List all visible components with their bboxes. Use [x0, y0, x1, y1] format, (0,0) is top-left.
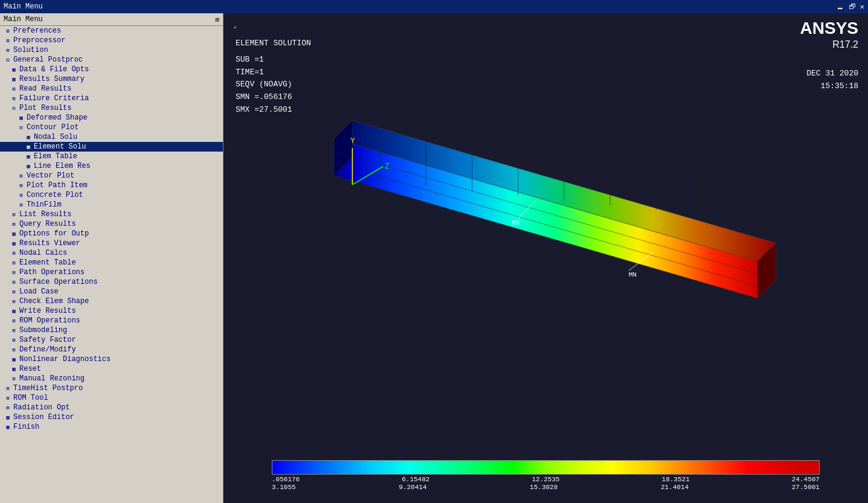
colorbar-label-top: 18.3521: [662, 476, 690, 483]
menu-item-list-results[interactable]: ⊞List Results: [0, 210, 223, 219]
menu-label-finish: Finish: [13, 423, 39, 431]
menu-label-define-modify: Define/Modify: [19, 345, 76, 354]
menu-item-path-operations[interactable]: ⊞Path Operations: [0, 268, 223, 277]
menu-item-check-elem-shape[interactable]: ⊞Check Elem Shape: [0, 296, 223, 306]
menu-item-options-for-outp[interactable]: ▦Options for Outp: [0, 229, 223, 239]
menu-icon-options-for-outp: ▦: [10, 229, 18, 238]
menu-icon-general-postproc: ⊟: [4, 56, 12, 64]
menu-icon-nodal-solu: ▦: [24, 133, 33, 141]
menu-icon-finish: ▦: [4, 423, 12, 431]
menu-label-rom-operations: ROM Operations: [19, 316, 80, 325]
menu-label-check-elem-shape: Check Elem Shape: [19, 297, 89, 306]
colorbar-label-bottom: 3.1055: [272, 484, 296, 491]
menu-icon-submodeling: ⊞: [10, 326, 18, 335]
menu-item-rom-operations[interactable]: ⊞ROM Operations: [0, 316, 223, 325]
menu-item-element-solu[interactable]: ▦Element Solu: [0, 142, 223, 152]
menu-item-preprocessor[interactable]: ⊞Preprocessor: [0, 36, 223, 45]
menu-icon-preferences: ⊞: [4, 27, 12, 35]
menu-label-write-results: Write Results: [19, 307, 76, 315]
menu-icon-thinfilm: ⊞: [17, 200, 25, 209]
menu-item-vector-plot[interactable]: ⊞Vector Plot: [0, 171, 223, 181]
menu-label-rom-tool: ROM Tool: [13, 394, 48, 402]
menu-icon-element-table: ⊞: [10, 258, 18, 267]
menu-item-nonlinear-diagnostics[interactable]: ▦Nonlinear Diagnostics: [0, 354, 223, 364]
menu-label-nonlinear-diagnostics: Nonlinear Diagnostics: [19, 355, 111, 364]
menu-item-timehist-postpro[interactable]: ⊞TimeHist Postpro: [0, 383, 223, 393]
menu-label-element-table: Element Table: [19, 258, 76, 267]
menu-item-define-modify[interactable]: ⊞Define/Modify: [0, 345, 223, 354]
menu-icon-timehist-postpro: ⊞: [4, 384, 12, 392]
menu-item-results-summary[interactable]: ▦Results Summary: [0, 74, 223, 84]
menu-label-options-for-outp: Options for Outp: [19, 229, 89, 238]
svg-text:MX: MX: [512, 219, 521, 226]
menu-item-surface-operations[interactable]: ⊞Surface Operations: [0, 277, 223, 287]
menu-item-submodeling[interactable]: ⊞Submodeling: [0, 325, 223, 335]
menu-icon-element-solu: ▦: [24, 143, 33, 151]
menu-item-line-elem-res[interactable]: ▦Line Elem Res: [0, 161, 223, 171]
collapse-icon[interactable]: ⊞: [215, 16, 219, 24]
colorbar-labels-bottom: 3.10559.2041415.302821.401427.5001: [272, 484, 820, 491]
menu-label-safety-factor: Safety Factor: [19, 336, 76, 344]
menu-icon-session-editor: ▦: [4, 413, 12, 421]
menu-item-plot-path-item[interactable]: ⊞Plot Path Item: [0, 181, 223, 190]
menu-icon-results-viewer: ▦: [10, 239, 18, 248]
menu-label-load-case: Load Case: [19, 287, 59, 296]
menu-item-elem-table[interactable]: ▦Elem Table: [0, 152, 223, 161]
menu-item-session-editor[interactable]: ▦Session Editor: [0, 412, 223, 422]
menu-label-data-file-opts: Data & File Opts: [19, 65, 89, 74]
left-panel: Main Menu ⊞ ⊞Preferences⊞Preprocessor⊞So…: [0, 13, 223, 503]
menu-item-safety-factor[interactable]: ⊞Safety Factor: [0, 335, 223, 345]
menu-item-preferences[interactable]: ⊞Preferences: [0, 26, 223, 36]
menu-item-contour-plot[interactable]: ⊟Contour Plot: [0, 123, 223, 132]
menu-icon-check-elem-shape: ⊞: [10, 297, 18, 306]
menu-label-results-viewer: Results Viewer: [19, 239, 80, 248]
menu-item-radiation-opt[interactable]: ⊞Radiation Opt: [0, 403, 223, 412]
left-panel-header: Main Menu ⊞: [0, 13, 223, 26]
title-bar-label: Main Menu: [4, 2, 43, 11]
menu-item-write-results[interactable]: ▦Write Results: [0, 306, 223, 316]
menu-item-results-viewer[interactable]: ▦Results Viewer: [0, 239, 223, 248]
menu-item-read-results[interactable]: ⊞Read Results: [0, 84, 223, 94]
menu-label-preferences: Preferences: [13, 27, 61, 35]
menu-item-concrete-plot[interactable]: ⊞Concrete Plot: [0, 190, 223, 200]
colorbar-container: .0561766.1548212.253518.352124.4507 3.10…: [272, 460, 820, 491]
colorbar-label-top: 24.4507: [792, 476, 820, 483]
menu-icon-nodal-calcs: ⊞: [10, 249, 18, 257]
menu-item-failure-criteria[interactable]: ⊞Failure Criteria: [0, 94, 223, 103]
menu-label-timehist-postpro: TimeHist Postpro: [13, 384, 83, 392]
menu-item-query-results[interactable]: ⊞Query Results: [0, 219, 223, 229]
colorbar-label-top: .056176: [272, 476, 300, 483]
menu-item-general-postproc[interactable]: ⊟General Postproc: [0, 55, 223, 65]
menu-icon-elem-table: ▦: [24, 152, 33, 161]
menu-label-radiation-opt: Radiation Opt: [13, 403, 70, 412]
menu-tree: ⊞Preferences⊞Preprocessor⊞Solution⊟Gener…: [0, 26, 223, 432]
colorbar-label-top: 6.15482: [402, 476, 429, 483]
menu-item-data-file-opts[interactable]: ▦Data & File Opts: [0, 65, 223, 74]
menu-item-manual-rezoning[interactable]: ⊞Manual Rezoning: [0, 374, 223, 383]
menu-item-nodal-calcs[interactable]: ⊞Nodal Calcs: [0, 248, 223, 258]
menu-item-rom-tool[interactable]: ⊞ROM Tool: [0, 393, 223, 403]
menu-icon-radiation-opt: ⊞: [4, 403, 12, 412]
menu-item-element-table[interactable]: ⊞Element Table: [0, 258, 223, 268]
menu-label-thinfilm: ThinFilm: [27, 200, 62, 209]
menu-icon-data-file-opts: ▦: [10, 65, 18, 74]
menu-item-reset[interactable]: ▦Reset: [0, 364, 223, 374]
menu-label-line-elem-res: Line Elem Res: [34, 162, 91, 170]
menu-item-load-case[interactable]: ⊞Load Case: [0, 287, 223, 296]
menu-label-path-operations: Path Operations: [19, 268, 85, 277]
menu-label-general-postproc: General Postproc: [13, 56, 83, 64]
menu-icon-query-results: ⊞: [10, 220, 18, 228]
menu-icon-write-results: ▦: [10, 307, 18, 315]
menu-icon-reset: ▦: [10, 365, 18, 373]
menu-icon-path-operations: ⊞: [10, 268, 18, 277]
menu-item-thinfilm[interactable]: ⊞ThinFilm: [0, 200, 223, 210]
menu-item-finish[interactable]: ▦Finish: [0, 422, 223, 432]
menu-icon-safety-factor: ⊞: [10, 336, 18, 344]
menu-item-deformed-shape[interactable]: ▦Deformed Shape: [0, 113, 223, 123]
menu-item-solution[interactable]: ⊞Solution: [0, 45, 223, 55]
menu-item-nodal-solu[interactable]: ▦Nodal Solu: [0, 132, 223, 142]
menu-label-preprocessor: Preprocessor: [13, 36, 65, 45]
menu-item-plot-results[interactable]: ⊟Plot Results: [0, 103, 223, 113]
left-panel-title: Main Menu: [4, 15, 43, 24]
colorbar: [272, 460, 820, 475]
